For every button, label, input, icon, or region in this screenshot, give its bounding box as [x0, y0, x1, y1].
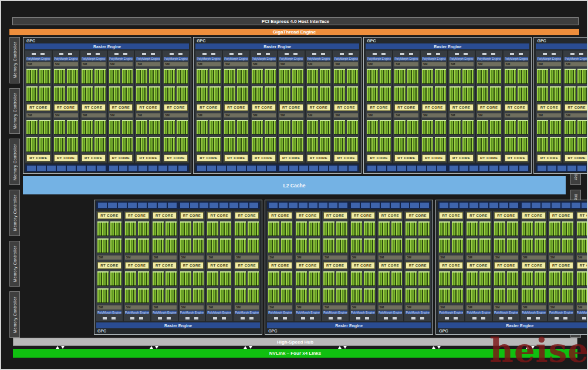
cuda-core-block — [224, 137, 235, 152]
cuda-core-row — [494, 288, 518, 303]
sm-header-bar: SM — [505, 113, 529, 117]
cuda-core-row — [467, 288, 491, 303]
texture-unit-icon — [274, 317, 278, 319]
texture-unit-icon — [519, 53, 523, 55]
sm-header-bar: SM — [180, 255, 204, 260]
sm-header-bar: SM — [26, 62, 50, 66]
cuda-core-block — [577, 69, 588, 84]
tpc-column: RT CORESMRT CORESMPolyMorph Engine — [521, 211, 547, 321]
cuda-core-row — [97, 288, 121, 303]
cuda-core-block — [136, 137, 147, 152]
memory-controller-bar: Memory Controller — [9, 190, 20, 236]
cuda-core-block — [380, 137, 391, 152]
cuda-core-block — [235, 221, 246, 236]
cuda-core-block — [490, 86, 501, 102]
raster-engine-bar: Raster Engine — [536, 43, 588, 49]
cuda-core-row — [26, 69, 50, 84]
polymorph-engine-bar: PolyMorph Engine — [537, 57, 561, 60]
polymorph-engine-bar: PolyMorph Engine — [522, 311, 546, 314]
rop-unit — [269, 203, 278, 208]
rt-core: RT CORE — [109, 104, 133, 111]
texture-unit-icons — [536, 52, 562, 56]
cuda-core-block — [565, 69, 576, 84]
polymorph-engine-bar: PolyMorph Engine — [577, 311, 588, 314]
cuda-core-block — [209, 69, 221, 84]
cuda-core-block — [207, 288, 218, 303]
sm-header-bar: SM — [422, 113, 446, 117]
cuda-core-block — [320, 69, 331, 84]
cuda-core-block — [54, 86, 65, 102]
cuda-core-block — [391, 271, 403, 286]
rop-unit — [479, 166, 488, 171]
sm-header-bar: SM — [450, 62, 474, 66]
cuda-core-block — [351, 238, 362, 253]
cuda-core-block — [268, 238, 279, 253]
cuda-core-block — [336, 288, 347, 303]
rt-core: RT CORE — [279, 154, 303, 162]
cuda-core-block — [394, 86, 405, 102]
cuda-core-row — [351, 288, 375, 303]
texture-unit-icon — [508, 317, 512, 319]
cuda-core-block — [54, 69, 65, 84]
cuda-core-block — [209, 137, 221, 152]
cuda-core-block — [577, 238, 588, 253]
cuda-core-block — [307, 86, 318, 102]
cuda-core-block — [565, 120, 576, 135]
rt-core: RT CORE — [537, 104, 561, 111]
cuda-core-row — [522, 271, 546, 286]
arrow-up-icon — [432, 346, 435, 349]
tpc-column: RT CORESMRT CORESMPolyMorph Engine — [350, 211, 376, 321]
cuda-core-block — [281, 221, 292, 236]
cuda-core-block — [537, 69, 548, 84]
cuda-core-block — [505, 69, 516, 84]
sm-header-bar: SM — [197, 113, 221, 117]
cuda-core-block — [522, 238, 533, 253]
rt-core: RT CORE — [164, 104, 188, 111]
cuda-core-block — [379, 288, 390, 303]
cuda-core-block — [122, 120, 133, 135]
cuda-core-block — [422, 86, 433, 102]
cuda-core-block — [507, 288, 518, 303]
rop-unit — [371, 203, 380, 208]
tpc-column: RT CORESMRT CORESMPolyMorph Engine — [493, 211, 519, 321]
tpc-column: PolyMorph EngineSMRT CORESMRT CORE — [503, 51, 530, 163]
cuda-core-block — [164, 120, 175, 135]
sm-header-bar: SM — [379, 305, 403, 310]
cuda-core-block — [265, 86, 276, 102]
rop-unit — [548, 166, 556, 171]
cuda-core-row — [207, 271, 231, 286]
cuda-core-block — [197, 137, 208, 152]
cuda-core-block — [477, 137, 488, 152]
cuda-core-block — [490, 137, 501, 152]
polymorph-engine-bar: PolyMorph Engine — [307, 57, 331, 60]
rt-core: RT CORE — [494, 212, 518, 219]
rt-core: RT CORE — [494, 262, 518, 269]
rop-unit — [227, 166, 236, 171]
cuda-core-block — [149, 69, 160, 84]
cuda-core-row — [467, 271, 491, 286]
cuda-core-row — [422, 69, 446, 84]
rop-unit — [128, 203, 137, 208]
cuda-core-block — [336, 271, 347, 286]
cuda-core-block — [479, 271, 491, 286]
sm-header-bar: SM — [522, 305, 546, 310]
tpc-column: RT CORESMRT CORESMPolyMorph Engine — [465, 211, 492, 321]
rt-core: RT CORE — [577, 262, 588, 269]
cuda-core-row — [494, 271, 518, 286]
texture-unit-icon — [211, 53, 215, 55]
cuda-core-row — [125, 221, 149, 236]
cuda-core-block — [165, 221, 177, 236]
polymorph-engine-bar: PolyMorph Engine — [549, 311, 573, 314]
rt-core: RT CORE — [549, 212, 573, 219]
rop-unit — [267, 166, 276, 171]
cuda-core-block — [450, 137, 461, 152]
pci-express-host-interface-bar: PCI Express 4.0 Host Interface — [12, 17, 579, 25]
rt-core: RT CORE — [82, 154, 106, 162]
cuda-core-block — [418, 238, 430, 253]
cuda-core-row — [224, 86, 248, 102]
cuda-core-block — [281, 271, 292, 286]
cuda-core-row — [296, 238, 320, 253]
cuda-core-block — [435, 120, 446, 135]
texture-unit-icons — [152, 316, 177, 321]
cuda-core-block — [97, 271, 109, 286]
